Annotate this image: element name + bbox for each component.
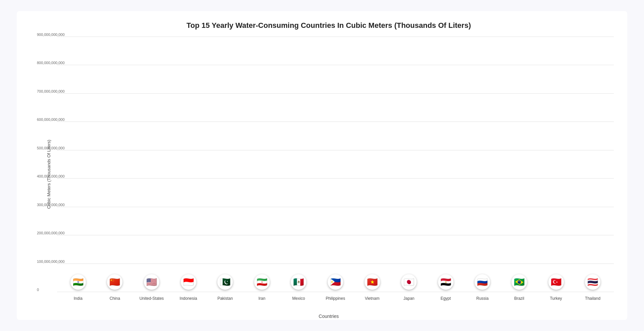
flag-circle-indonesia: 🇮🇩: [181, 274, 196, 290]
bar-group: 🇵🇰: [207, 37, 243, 292]
flag-circle-united-states: 🇺🇸: [144, 274, 159, 290]
flag-circle-iran: 🇮🇷: [254, 274, 270, 290]
x-label-india: India: [60, 293, 96, 312]
x-labels: IndiaChinaUnited-StatesIndonesiaPakistan…: [57, 293, 614, 312]
flag-circle-thailand: 🇹🇭: [585, 274, 600, 290]
bar-group: 🇮🇳: [60, 37, 96, 292]
x-label-japan: Japan: [391, 293, 427, 312]
x-label-united-states: United-States: [134, 293, 169, 312]
x-label-russia: Russia: [465, 293, 500, 312]
x-label-brazil: Brazil: [501, 293, 537, 312]
bar-group: 🇨🇳: [97, 37, 133, 292]
x-label-vietnam: Vietnam: [355, 293, 390, 312]
bar-group: 🇵🇭: [318, 37, 353, 292]
x-label-egypt: Egypt: [428, 293, 464, 312]
bar-group: 🇮🇷: [244, 37, 280, 292]
flag-circle-philippines: 🇵🇭: [328, 274, 343, 290]
flag-circle-pakistan: 🇵🇰: [217, 274, 233, 290]
x-label-mexico: Mexico: [281, 293, 317, 312]
flag-circle-egypt: 🇪🇬: [438, 274, 453, 290]
bar-group: 🇧🇷: [501, 37, 537, 292]
chart-title: Top 15 Yearly Water-Consuming Countries …: [44, 21, 614, 30]
x-label-philippines: Philippines: [318, 293, 353, 312]
y-tick-label: 900,000,000,000: [37, 33, 65, 37]
bar-group: 🇻🇳: [355, 37, 390, 292]
bar-group: 🇪🇬: [428, 37, 464, 292]
bar-group: 🇹🇷: [538, 37, 574, 292]
flag-circle-japan: 🇯🇵: [401, 274, 417, 290]
bar-group: 🇲🇽: [281, 37, 317, 292]
bar-group: 🇺🇸: [134, 37, 169, 292]
flag-circle-mexico: 🇲🇽: [291, 274, 306, 290]
x-axis-label: Countries: [44, 314, 614, 319]
x-label-thailand: Thailand: [575, 293, 610, 312]
x-label-china: China: [97, 293, 133, 312]
bars-container: 🇮🇳🇨🇳🇺🇸🇮🇩🇵🇰🇮🇷🇲🇽🇵🇭🇻🇳🇯🇵🇪🇬🇷🇺🇧🇷🇹🇷🇹🇭: [57, 37, 614, 292]
x-label-pakistan: Pakistan: [207, 293, 243, 312]
x-label-indonesia: Indonesia: [171, 293, 206, 312]
bar-group: 🇷🇺: [465, 37, 500, 292]
plot-area: 900,000,000,000800,000,000,000700,000,00…: [57, 37, 614, 312]
chart-container: Top 15 Yearly Water-Consuming Countries …: [17, 11, 627, 320]
flag-circle-russia: 🇷🇺: [475, 274, 490, 290]
bar-group: 🇮🇩: [171, 37, 206, 292]
flag-circle-vietnam: 🇻🇳: [365, 274, 380, 290]
flag-circle-india: 🇮🇳: [70, 274, 86, 290]
flag-circle-china: 🇨🇳: [107, 274, 122, 290]
x-label-iran: Iran: [244, 293, 280, 312]
bar-group: 🇯🇵: [391, 37, 427, 292]
x-label-turkey: Turkey: [538, 293, 574, 312]
flag-circle-turkey: 🇹🇷: [548, 274, 564, 290]
bar-group: 🇹🇭: [575, 37, 610, 292]
chart-area: Cubic Meters (Thousands Of Liters) 900,0…: [44, 37, 614, 312]
flag-circle-brazil: 🇧🇷: [512, 274, 527, 290]
y-tick-label: 0: [37, 288, 39, 292]
